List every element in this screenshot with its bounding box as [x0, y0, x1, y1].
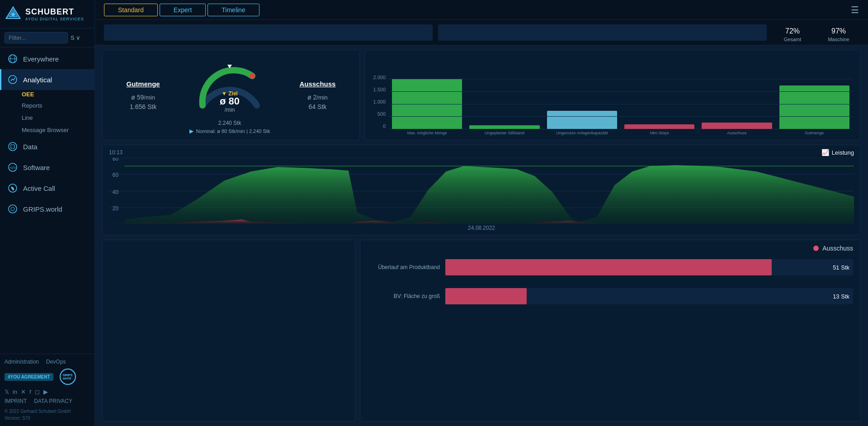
brand-grips: GRIPSworld [60, 369, 76, 385]
bar-ausschuss [702, 123, 772, 129]
gauge-nominal-row: ▶ Nominal: ø 80 Stk/min | 2.240 Stk [189, 128, 270, 134]
svg-rect-8 [11, 145, 14, 148]
logo-icon [5, 5, 22, 23]
bottom-right-panel: Ausschuss Überlauf am Produktband 51 Stk… [360, 240, 861, 421]
horiz-bar-label-2: BV: Fläche zu groß [368, 293, 440, 299]
data-privacy-link[interactable]: DATA PRIVACY [34, 398, 72, 404]
bottom-left-panel [102, 240, 355, 421]
sidebar-item-analytical[interactable]: Analytical [0, 69, 94, 90]
line-time: 10:13 [109, 149, 123, 156]
analytical-icon [7, 74, 19, 85]
horiz-bar-track-2: 13 Stk [445, 288, 853, 304]
stat-maschine-value: 97% [818, 23, 859, 37]
svg-text:40: 40 [113, 189, 118, 195]
stat-gesamt-label: Gesamt [772, 37, 813, 42]
horiz-bar-fill-2 [445, 288, 527, 304]
sidebar-item-grips[interactable]: GRIPS.world [0, 199, 94, 219]
line-panel-header: 10:13 📈 Leistung [109, 149, 854, 156]
tab-timeline[interactable]: Timeline [208, 4, 259, 16]
bar-xlabel-3: Ungenutze Anlagenkapazität [547, 131, 617, 135]
grid-line-3 [388, 116, 853, 117]
ausschuss-stk: 64 Stk [299, 103, 335, 110]
line-area-green [124, 165, 854, 224]
svg-text:/min: /min [225, 107, 235, 113]
svg-point-13 [11, 207, 14, 211]
bottom-panels: Ausschuss Überlauf am Produktband 51 Stk… [102, 240, 861, 421]
bar-x-labels: Max. mögliche Menge Ungeplanter Stillsta… [372, 129, 853, 135]
bar-gutmenge [779, 85, 849, 129]
bar-chart-area: 2.000 1.500 1.000 500 0 [372, 55, 853, 135]
logo-name: SCHUBERT [25, 7, 84, 17]
stat-placeholder-left [104, 24, 433, 41]
stat-maschine-label: Maschine [818, 37, 859, 42]
linkedin-icon[interactable]: in [13, 388, 17, 395]
sidebar-item-everywhere-label: Everywhere [23, 55, 59, 63]
youtube-icon[interactable]: ▶ [43, 388, 48, 395]
gauge-ausschuss: Ausschuss ø 2/min 64 Stk [299, 80, 335, 110]
bar-fill-2 [469, 125, 539, 129]
facebook-icon[interactable]: f [29, 388, 31, 395]
bar-fill-6 [779, 85, 849, 129]
logo-sub: 4YOU DIGITAL SERVICES [25, 17, 84, 21]
svg-text:20: 20 [113, 205, 118, 212]
brand-4you[interactable]: 4YOU AGREEMENT [5, 373, 53, 381]
stat-maschine: 97% Maschine [818, 23, 859, 42]
bar-y-labels: 2.000 1.500 1.000 500 0 [372, 75, 388, 129]
play-icon[interactable]: ▶ [189, 128, 193, 134]
ausschuss-dot [813, 246, 819, 251]
gutmenge-label: Gutmenge [127, 80, 160, 88]
sidebar-sub-line[interactable]: Line [0, 112, 94, 124]
everywhere-icon [7, 53, 19, 65]
filter-sv-label[interactable]: S ∨ [71, 34, 80, 41]
main: Standard Expert Timeline ☰ 72% Gesamt 97… [95, 0, 868, 426]
bar-chart-main: 2.000 1.500 1.000 500 0 [372, 55, 853, 129]
tab-standard[interactable]: Standard [104, 4, 158, 16]
filter-input[interactable] [5, 32, 68, 43]
filter-area: S ∨ [0, 28, 94, 47]
footer-copyright: © 2022 Gerhard Schubert GmbH Version: S7… [5, 408, 90, 421]
sidebar-sub-messagebrowser[interactable]: Message Browser [0, 124, 94, 136]
horiz-bar-fill-1 [445, 259, 772, 275]
bar-fill-5 [702, 123, 772, 129]
instagram-icon[interactable]: ◻ [35, 388, 40, 395]
data-icon [7, 141, 19, 152]
tab-expert[interactable]: Expert [160, 4, 206, 16]
line-chart-svg: 80 60 40 20 [109, 158, 854, 224]
svg-point-14 [250, 73, 255, 79]
chart-icon: 📈 [821, 149, 829, 156]
line-panel: 10:13 📈 Leistung 80 60 4 [102, 145, 861, 235]
horiz-bar-label-1: Überlauf am Produktband [368, 264, 440, 270]
footer-logos: 4YOU AGREEMENT GRIPSworld [5, 369, 90, 385]
sidebar-item-everywhere[interactable]: Everywhere [0, 48, 94, 69]
top-panels: Gutmenge ø 59/min 1.656 Stk [102, 50, 861, 140]
svg-text:ø 80: ø 80 [220, 95, 240, 107]
topbar: Standard Expert Timeline ☰ [95, 0, 868, 20]
imprint-link[interactable]: IMPRINT [5, 398, 27, 404]
oee-label: OEE [0, 90, 94, 99]
bar-ungenutze [547, 111, 617, 129]
x-icon[interactable]: ✕ [21, 388, 26, 395]
ausschuss-title: Ausschuss [822, 245, 853, 252]
sidebar-item-data[interactable]: Data [0, 136, 94, 157]
bar-mini-stops [624, 124, 694, 129]
admin-link[interactable]: Administration [5, 359, 39, 365]
footer-links: Administration DevOps [5, 359, 90, 365]
nav-section: Everywhere Analytical OEE Reports Line M… [0, 47, 94, 220]
bar-xlabel-5: Ausschuss [702, 131, 772, 135]
sidebar-item-software[interactable]: </> Software [0, 157, 94, 178]
svg-text:</>: </> [10, 166, 16, 170]
horiz-bar-value-1: 51 Stk [833, 264, 849, 271]
software-icon: </> [7, 161, 19, 173]
grid-line-bottom [388, 129, 853, 129]
sidebar-item-activecall-label: Active Call [23, 185, 55, 192]
devops-link[interactable]: DevOps [46, 359, 66, 365]
sidebar-item-activecall[interactable]: Active Call [0, 178, 94, 199]
ausschuss-avg: ø 2/min [299, 90, 335, 102]
svg-text:80: 80 [113, 158, 118, 162]
twitter-icon[interactable]: 𝕏 [5, 388, 9, 395]
hamburger-menu-icon[interactable]: ☰ [851, 5, 859, 15]
gauge-svg: ▼ Ziel ø 80 /min [193, 56, 266, 119]
social-icons: 𝕏 in ✕ f ◻ ▶ [5, 388, 90, 395]
content: Gutmenge ø 59/min 1.656 Stk [95, 45, 868, 426]
sidebar-sub-reports[interactable]: Reports [0, 99, 94, 112]
